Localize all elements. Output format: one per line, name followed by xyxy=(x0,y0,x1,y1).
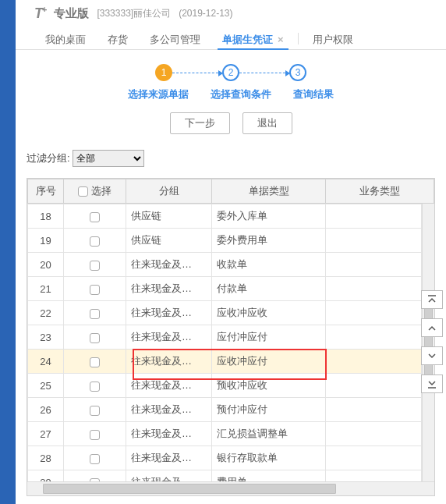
table-row[interactable]: 29往来现金及…费用单 xyxy=(28,470,422,482)
checkbox-icon[interactable] xyxy=(90,236,100,247)
cell-biz xyxy=(326,470,422,482)
cell-select[interactable] xyxy=(64,374,126,398)
table-row[interactable]: 23往来现金及…应付冲应付 xyxy=(28,325,422,350)
scroll-top-button[interactable] xyxy=(421,290,443,309)
scroll-thumb[interactable] xyxy=(43,484,336,494)
cell-type: 应收冲应收 xyxy=(212,301,326,325)
checkbox-icon[interactable] xyxy=(90,406,100,416)
cell-type: 委外费用单 xyxy=(212,229,326,253)
cell-group: 往来现金及… xyxy=(126,253,212,277)
cell-type: 预付冲应付 xyxy=(212,398,326,422)
checkbox-icon[interactable] xyxy=(90,285,100,295)
checkbox-icon[interactable] xyxy=(90,333,100,343)
cell-group: 往来现金及… xyxy=(126,446,212,470)
table-row[interactable]: 20往来现金及…收款单 xyxy=(28,253,422,277)
cell-select[interactable] xyxy=(64,325,126,350)
tab-permissions[interactable]: 用户权限 xyxy=(302,28,364,49)
cell-biz xyxy=(326,446,422,470)
grid-header: 序号 选择 分组 单据类型 业务类型 xyxy=(27,179,434,204)
tab-voucher[interactable]: 单据生凭证× xyxy=(211,28,295,49)
cell-index: 29 xyxy=(28,470,64,482)
cell-index: 25 xyxy=(28,374,64,398)
cell-select[interactable] xyxy=(64,253,126,277)
cell-index: 19 xyxy=(28,229,64,253)
cell-group: 往来现金及… xyxy=(126,374,212,398)
checkbox-icon[interactable] xyxy=(90,382,100,392)
wizard-steps: 1 2 3 xyxy=(23,64,438,81)
col-index[interactable]: 序号 xyxy=(28,179,64,204)
scroll-up-button[interactable] xyxy=(421,318,443,337)
horizontal-scrollbar[interactable] xyxy=(27,481,434,495)
col-type[interactable]: 单据类型 xyxy=(212,179,326,204)
tab-inventory[interactable]: 存货 xyxy=(97,28,139,49)
cell-group: 往来现金及… xyxy=(126,325,212,350)
cell-type: 应付冲应付 xyxy=(212,325,326,350)
close-icon[interactable]: × xyxy=(278,34,284,45)
grid: 序号 选择 分组 单据类型 业务类型 18供应链委外入库单19供应链委外费用单2… xyxy=(27,178,435,496)
cell-type: 付款单 xyxy=(212,277,326,301)
cell-select[interactable] xyxy=(64,229,126,253)
table-row[interactable]: 24往来现金及…应收冲应付 xyxy=(28,350,422,374)
table-row[interactable]: 22往来现金及…应收冲应收 xyxy=(28,301,422,325)
cell-select[interactable] xyxy=(64,446,126,470)
table-row[interactable]: 26往来现金及…预付冲应付 xyxy=(28,398,422,422)
col-biz[interactable]: 业务类型 xyxy=(326,179,434,204)
cell-select[interactable] xyxy=(64,398,126,422)
next-button[interactable]: 下一步 xyxy=(170,112,230,134)
cell-group: 往来现金及… xyxy=(126,422,212,446)
col-select[interactable]: 选择 xyxy=(64,179,126,204)
cell-index: 24 xyxy=(28,350,64,374)
cell-group: 往来现金及… xyxy=(126,398,212,422)
cell-type: 委外入库单 xyxy=(212,204,326,229)
cell-biz xyxy=(326,204,422,229)
checkbox-icon[interactable] xyxy=(90,212,100,222)
cell-biz xyxy=(326,350,422,374)
filter-row: 过滤分组: 全部 xyxy=(16,142,446,172)
checkbox-icon[interactable] xyxy=(90,357,100,367)
cell-select[interactable] xyxy=(64,422,126,446)
checkbox-icon[interactable] xyxy=(90,261,100,271)
step-label-1: 选择来源单据 xyxy=(128,87,189,101)
cell-biz xyxy=(326,325,422,350)
tab-multicompany[interactable]: 多公司管理 xyxy=(139,28,211,49)
cell-select[interactable] xyxy=(64,350,126,374)
table-row[interactable]: 27往来现金及…汇兑损益调整单 xyxy=(28,422,422,446)
cell-type: 银行存取款单 xyxy=(212,446,326,470)
checkbox-icon[interactable] xyxy=(78,186,88,197)
cell-select[interactable] xyxy=(64,204,126,229)
filter-select[interactable]: 全部 xyxy=(73,150,144,167)
table-row[interactable]: 18供应链委外入库单 xyxy=(28,204,422,229)
col-group[interactable]: 分组 xyxy=(126,179,212,204)
cell-select[interactable] xyxy=(64,470,126,482)
checkbox-icon[interactable] xyxy=(90,454,100,464)
main-panel: T+ 专业版 [333333]丽佳公司 (2019-12-13) 我的桌面 存货… xyxy=(16,0,446,504)
scroll-down-button[interactable] xyxy=(421,346,443,365)
cell-type: 应收冲应付 xyxy=(212,350,326,374)
table-row[interactable]: 21往来现金及…付款单 xyxy=(28,277,422,301)
cell-select[interactable] xyxy=(64,301,126,325)
wizard: 1 2 3 选择来源单据 选择查询条件 查询结果 下一步 退出 xyxy=(16,50,446,142)
exit-button[interactable]: 退出 xyxy=(242,112,292,134)
table-row[interactable]: 25往来现金及…预收冲应收 xyxy=(28,374,422,398)
cell-index: 23 xyxy=(28,325,64,350)
app-logo: T+ xyxy=(34,5,46,22)
cell-group: 往来现金及… xyxy=(126,350,212,374)
cell-index: 28 xyxy=(28,446,64,470)
company-label: [333333]丽佳公司 xyxy=(97,7,171,20)
cell-type: 预收冲应收 xyxy=(212,374,326,398)
table-row[interactable]: 19供应链委外费用单 xyxy=(28,229,422,253)
cell-index: 18 xyxy=(28,204,64,229)
tab-desktop[interactable]: 我的桌面 xyxy=(34,28,97,49)
tab-separator xyxy=(298,33,299,44)
scroll-bottom-button[interactable] xyxy=(421,374,443,393)
checkbox-icon[interactable] xyxy=(90,309,100,319)
checkbox-icon[interactable] xyxy=(90,430,100,440)
scroll-floater-buttons xyxy=(421,290,443,393)
step-3: 3 xyxy=(289,64,306,81)
cell-index: 26 xyxy=(28,398,64,422)
cell-select[interactable] xyxy=(64,277,126,301)
table-row[interactable]: 28往来现金及…银行存取款单 xyxy=(28,446,422,470)
cell-biz xyxy=(326,277,422,301)
header: T+ 专业版 [333333]丽佳公司 (2019-12-13) xyxy=(16,0,446,23)
grid-body[interactable]: 18供应链委外入库单19供应链委外费用单20往来现金及…收款单21往来现金及…付… xyxy=(27,204,422,481)
